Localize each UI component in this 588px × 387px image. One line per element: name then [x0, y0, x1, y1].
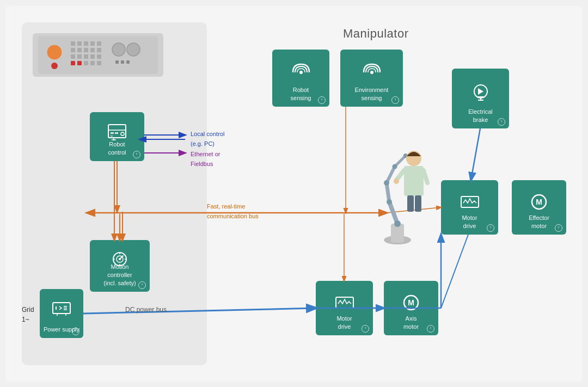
svg-rect-19	[77, 61, 82, 65]
control-panel	[33, 33, 163, 77]
robot-sensing-btn[interactable]: ›	[318, 96, 326, 104]
svg-rect-14	[77, 54, 82, 59]
svg-rect-15	[84, 54, 88, 59]
svg-rect-31	[115, 132, 118, 134]
svg-rect-16	[90, 54, 95, 59]
manipulator-label: Manipulator	[343, 27, 408, 41]
svg-rect-93	[404, 166, 424, 196]
svg-rect-5	[84, 41, 88, 46]
svg-point-88	[387, 199, 392, 205]
svg-line-95	[424, 170, 427, 183]
svg-point-1	[47, 45, 62, 60]
motor-drive-top-label: Motordrive	[460, 214, 479, 230]
svg-point-2	[51, 63, 58, 69]
env-sensing-box[interactable]: Environmentsensing ›	[340, 50, 403, 107]
svg-rect-7	[97, 41, 101, 46]
svg-rect-18	[71, 61, 75, 65]
effector-motor-label: Effectormotor	[526, 214, 552, 230]
robot-figure	[359, 131, 436, 251]
svg-line-85	[387, 167, 395, 183]
env-sensing-btn[interactable]: ›	[391, 96, 399, 104]
svg-rect-12	[97, 48, 101, 52]
svg-point-89	[384, 180, 389, 186]
motor-drive-bottom-label: Motordrive	[334, 315, 354, 331]
motor-drive-bottom-btn[interactable]: ›	[362, 325, 369, 333]
svg-rect-22	[97, 61, 101, 65]
svg-point-33	[121, 132, 124, 136]
svg-rect-10	[84, 48, 88, 52]
ethernet-label: Ethernet orFieldbus	[191, 149, 220, 168]
motion-controller-btn[interactable]: ›	[138, 281, 146, 289]
motor-drive-bottom-box[interactable]: Motordrive ›	[316, 281, 373, 335]
svg-line-83	[389, 202, 397, 224]
svg-rect-97	[407, 195, 414, 212]
svg-rect-6	[90, 41, 95, 46]
svg-point-24	[127, 43, 140, 56]
svg-point-87	[394, 220, 401, 227]
svg-rect-11	[90, 48, 95, 52]
grid-label: Grid1~	[22, 304, 34, 324]
svg-rect-20	[84, 61, 88, 65]
svg-rect-4	[77, 41, 82, 46]
svg-point-96	[394, 179, 399, 184]
effector-motor-btn[interactable]: ›	[555, 224, 562, 232]
axis-motor-label: Axismotor	[401, 315, 421, 331]
dc-power-bus-label: DC power bus	[125, 304, 167, 314]
electrical-brake-box[interactable]: Electricalbrake ›	[452, 69, 509, 128]
svg-rect-25	[115, 60, 119, 64]
svg-line-84	[387, 183, 389, 202]
svg-rect-8	[71, 48, 75, 52]
motion-controller-box[interactable]: Motioncontroller(incl. safety) ›	[90, 240, 150, 292]
svg-point-39	[119, 258, 121, 260]
svg-rect-13	[71, 54, 75, 59]
fast-realtime-label: Fast, real-timecommunication bus	[207, 201, 259, 220]
effector-motor-box[interactable]: M Effectormotor ›	[512, 180, 566, 235]
svg-line-79	[471, 128, 480, 180]
axis-motor-box[interactable]: M Axismotor ›	[384, 281, 438, 335]
motor-drive-top-btn[interactable]: ›	[487, 224, 494, 232]
svg-rect-17	[97, 54, 101, 59]
svg-rect-98	[415, 195, 421, 212]
svg-point-23	[112, 43, 125, 56]
electrical-brake-label: Electricalbrake	[466, 108, 495, 124]
power-supply-box[interactable]: Power supply ›	[40, 289, 83, 338]
svg-point-90	[393, 164, 397, 169]
svg-rect-30	[111, 132, 114, 134]
svg-line-78	[441, 235, 468, 308]
svg-rect-27	[126, 60, 130, 64]
robot-control-box[interactable]: Robotcontrol ›	[90, 112, 144, 161]
local-control-label: Local control(e.g. PC)	[191, 128, 224, 148]
svg-line-94	[396, 170, 404, 180]
axis-motor-btn[interactable]: ›	[427, 325, 434, 333]
diagram-container: Control box Manipulator	[5, 6, 583, 382]
svg-text:M: M	[536, 198, 542, 206]
power-supply-icon	[40, 289, 83, 327]
robot-control-label: Robotcontrol	[106, 140, 128, 157]
svg-rect-32	[111, 136, 113, 137]
electrical-brake-btn[interactable]: ›	[498, 118, 505, 126]
env-sensing-label: Environmentsensing	[353, 86, 391, 102]
motor-drive-top-box[interactable]: Motordrive ›	[441, 180, 498, 235]
svg-point-52	[370, 71, 373, 74]
robot-sensing-label: Robotsensing	[289, 86, 314, 102]
power-supply-label: Power supply	[41, 325, 82, 334]
svg-point-51	[299, 71, 303, 74]
svg-rect-26	[121, 60, 124, 64]
robot-sensing-box[interactable]: Robotsensing ›	[272, 50, 329, 107]
svg-rect-21	[90, 61, 95, 65]
svg-text:M: M	[408, 298, 414, 307]
svg-rect-9	[77, 48, 82, 52]
svg-rect-3	[71, 41, 75, 46]
robot-control-btn[interactable]: ›	[133, 151, 140, 158]
motion-controller-label: Motioncontroller(incl. safety)	[101, 263, 138, 287]
